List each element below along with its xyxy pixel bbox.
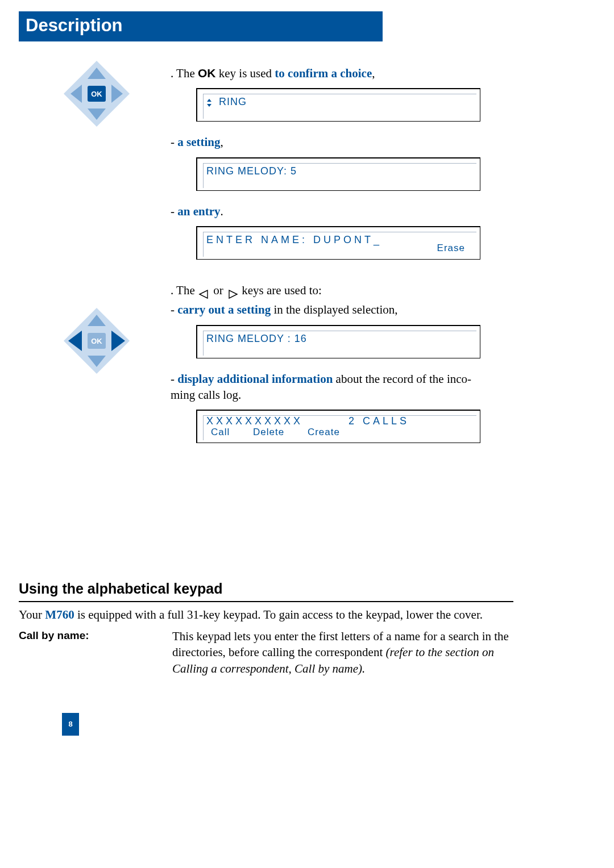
section-rule xyxy=(19,601,513,602)
call-by-name-text: This keypad lets you enter the first let… xyxy=(172,628,513,677)
lcd-text: ENTER NAME: DUPONT_ xyxy=(206,233,473,247)
lcd-text: RING MELODY: 5 xyxy=(206,164,473,178)
lcd-right-label: Erase xyxy=(437,242,465,255)
svg-marker-17 xyxy=(229,290,237,298)
display-info-line: - display additional information about t… xyxy=(171,371,480,403)
lcd-calls-log: XXXXXXXXXX 2 CALLS Call Delete Create xyxy=(196,410,480,443)
svg-marker-15 xyxy=(207,104,211,107)
main-column: . The OK key is used to confirm a choice… xyxy=(171,65,480,456)
an-entry-line: - an entry. xyxy=(171,203,480,219)
lcd-ring-melody-5: RING MELODY: 5 xyxy=(196,157,480,191)
svg-text:OK: OK xyxy=(91,337,102,345)
lcd-enter-name: ENTER NAME: DUPONT_ Erase xyxy=(196,226,480,260)
navigator-lr-icon: OK xyxy=(63,307,131,375)
a-setting-line: - a setting, xyxy=(171,134,480,150)
section-heading: Using the alphabetical keypad xyxy=(19,579,513,599)
section-intro: Your M760 is equipped with a full 31-key… xyxy=(19,607,513,623)
page-header: Description xyxy=(19,11,383,41)
page-number: 8 xyxy=(62,713,79,736)
section-alpha-keypad: Using the alphabetical keypad Your M760 … xyxy=(19,579,513,677)
lcd-softkey-create: Create xyxy=(308,427,340,437)
svg-marker-16 xyxy=(200,290,208,298)
updown-icon xyxy=(206,95,213,109)
triangle-right-icon xyxy=(226,287,239,296)
triangle-left-icon xyxy=(198,287,210,296)
lr-keys-sentence: . The or keys are used to: xyxy=(171,282,480,298)
carry-out-line: - carry out a setting in the displayed s… xyxy=(171,302,480,318)
navigator-ok-icon: OK xyxy=(63,60,131,128)
svg-text:OK: OK xyxy=(91,90,102,98)
page-title: Description xyxy=(26,15,123,35)
lcd-text: RING MELODY : 16 xyxy=(206,332,473,345)
ok-key-sentence: . The OK key is used to confirm a choice… xyxy=(171,65,480,81)
lcd-text: RING xyxy=(219,96,247,107)
lcd-col1: XXXXXXXXXX xyxy=(206,415,303,427)
svg-marker-14 xyxy=(207,99,211,102)
call-by-name-label: Call by name: xyxy=(19,628,172,643)
lcd-softkey-call: Call xyxy=(211,427,230,437)
lcd-ring: RING xyxy=(196,88,480,122)
lcd-ring-melody-16: RING MELODY : 16 xyxy=(196,325,480,358)
lcd-softkey-delete: Delete xyxy=(253,427,284,437)
